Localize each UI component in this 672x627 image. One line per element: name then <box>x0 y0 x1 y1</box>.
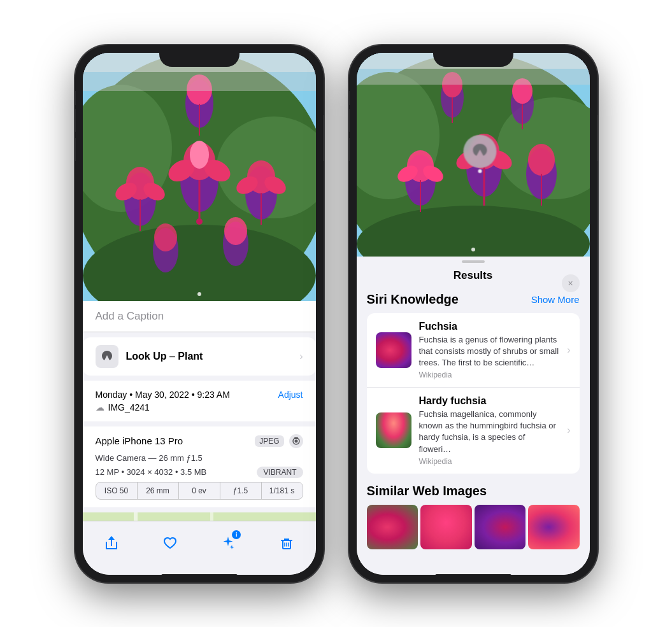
meta-filename: ☁ IMG_4241 <box>96 402 303 412</box>
device-badges: JPEG <box>255 434 303 448</box>
exif-focal: 26 mm <box>138 483 179 499</box>
right-screen: Results × Siri Knowledge Show More Fuch <box>357 53 590 575</box>
results-panel: Results × Siri Knowledge Show More Fuch <box>357 257 590 575</box>
fuchsia-name: Fuchsia <box>419 321 560 332</box>
share-button[interactable] <box>97 529 125 557</box>
visual-lookup-dot <box>478 169 482 173</box>
exif-aperture: ƒ1.5 <box>220 483 262 499</box>
exif-iso: ISO 50 <box>96 483 138 499</box>
format-badge: JPEG <box>255 435 283 447</box>
svg-point-32 <box>294 439 297 442</box>
mp-info: 12 MP • 3024 × 4032 • 3.5 MB <box>96 467 207 477</box>
notch-right <box>433 45 513 67</box>
left-screen: Add a Caption Look Up – Plant › Monday <box>83 53 316 575</box>
similar-images-grid <box>367 505 580 549</box>
similar-image-4[interactable] <box>528 505 580 549</box>
svg-rect-33 <box>294 437 298 439</box>
similar-image-3[interactable] <box>475 505 526 549</box>
siri-knowledge-header: Siri Knowledge Show More <box>367 292 580 307</box>
siri-knowledge-title: Siri Knowledge <box>367 292 459 307</box>
favorite-button[interactable] <box>156 529 184 557</box>
hardy-fuchsia-thumbnail <box>376 412 411 448</box>
svg-point-26 <box>154 223 177 251</box>
svg-point-9 <box>190 141 209 169</box>
right-power-btn[interactable] <box>597 115 597 161</box>
volume-down-btn[interactable] <box>75 138 76 161</box>
flower-image-bg <box>83 53 316 301</box>
hardy-fuchsia-name: Hardy fuchsia <box>419 395 560 407</box>
hardy-fuchsia-text: Hardy fuchsia Fuchsia magellanica, commo… <box>419 395 560 466</box>
right-volume-down-btn[interactable] <box>349 138 350 161</box>
meta-date: Monday • May 30, 2022 • 9:23 AM <box>96 390 230 400</box>
knowledge-card: Fuchsia Fuchsia is a genus of flowering … <box>367 313 580 474</box>
volume-up-btn[interactable] <box>75 109 76 132</box>
map-preview[interactable] <box>83 512 316 521</box>
info-badge: i <box>232 530 241 539</box>
lookup-icon <box>96 345 118 368</box>
svg-rect-37 <box>134 512 138 521</box>
info-button[interactable]: i <box>214 529 242 557</box>
right-home-indicator <box>435 574 511 577</box>
hardy-fuchsia-desc: Fuchsia magellanica, commonly known as t… <box>419 409 560 455</box>
svg-rect-34 <box>83 512 316 521</box>
fuchsia-thumbnail <box>376 332 411 368</box>
vibrant-badge: VIBRANT <box>257 467 303 478</box>
photo-view[interactable] <box>83 53 316 301</box>
mute-btn[interactable] <box>75 91 76 105</box>
meta-date-row: Monday • May 30, 2022 • 9:23 AM Adjust <box>96 390 303 400</box>
cloud-icon: ☁ <box>96 402 104 412</box>
heart-icon <box>162 535 178 551</box>
exif-shutter: 1/181 s <box>262 483 303 499</box>
results-content: Siri Knowledge Show More Fuchsia Fuchsia… <box>357 287 590 575</box>
delete-button[interactable] <box>273 529 301 557</box>
fuchsia-text: Fuchsia Fuchsia is a genus of flowering … <box>419 321 560 380</box>
info-panel: Add a Caption Look Up – Plant › Monday <box>83 301 316 521</box>
flower-svg <box>83 53 316 301</box>
device-name: Apple iPhone 13 Pro <box>96 435 183 446</box>
exif-row: ISO 50 26 mm 0 ev ƒ1.5 1/181 s <box>96 482 303 500</box>
map-svg <box>83 512 316 521</box>
svg-point-11 <box>196 218 203 225</box>
right-photo-view[interactable] <box>357 53 590 257</box>
exif-ev: 0 ev <box>179 483 220 499</box>
lookup-row[interactable]: Look Up – Plant › <box>83 337 316 376</box>
lookup-chevron-icon: › <box>299 351 303 362</box>
home-indicator <box>161 574 238 577</box>
caption-placeholder[interactable]: Add a Caption <box>96 310 164 322</box>
svg-point-28 <box>224 217 247 245</box>
map-bg <box>83 512 316 521</box>
mp-row: 12 MP • 3024 × 4032 • 3.5 MB VIBRANT <box>96 467 303 478</box>
camera-specs: Wide Camera — 26 mm ƒ1.5 <box>96 453 303 463</box>
fuchsia-desc: Fuchsia is a genus of flowering plants t… <box>419 334 560 369</box>
adjust-button[interactable]: Adjust <box>278 390 303 400</box>
knowledge-item-hardy-fuchsia[interactable]: Hardy fuchsia Fuchsia magellanica, commo… <box>367 388 580 474</box>
drag-handle <box>462 260 485 263</box>
fuchsia-source: Wikipedia <box>419 370 560 379</box>
visual-lookup-button[interactable] <box>463 134 496 167</box>
knowledge-item-fuchsia[interactable]: Fuchsia Fuchsia is a genus of flowering … <box>367 313 580 388</box>
similar-image-2[interactable] <box>420 505 472 549</box>
power-btn[interactable] <box>323 115 324 161</box>
camera-icon-badge <box>289 434 303 448</box>
right-mute-btn[interactable] <box>349 91 350 105</box>
leaf-icon <box>100 349 114 363</box>
share-icon <box>103 535 120 551</box>
right-volume-up-btn[interactable] <box>349 109 350 132</box>
similar-image-1[interactable] <box>367 505 418 549</box>
visual-lookup-leaf-icon <box>470 141 489 160</box>
meta-section: Monday • May 30, 2022 • 9:23 AM Adjust ☁… <box>83 381 316 421</box>
device-row: Apple iPhone 13 Pro JPEG <box>96 434 303 448</box>
caption-area[interactable]: Add a Caption <box>83 301 316 332</box>
show-more-button[interactable]: Show More <box>531 294 580 305</box>
scroll-indicator <box>197 292 201 296</box>
toolbar: i <box>83 521 316 575</box>
right-scroll-indicator <box>471 248 475 251</box>
camera-icon <box>292 437 301 446</box>
results-title: Results <box>454 269 492 282</box>
device-section: Apple iPhone 13 Pro JPEG Wide Camera — 2… <box>83 426 316 507</box>
notch <box>159 45 239 67</box>
svg-point-63 <box>528 144 555 176</box>
results-header: Results × <box>357 257 590 287</box>
trash-icon <box>278 535 295 551</box>
close-button[interactable]: × <box>562 274 580 292</box>
